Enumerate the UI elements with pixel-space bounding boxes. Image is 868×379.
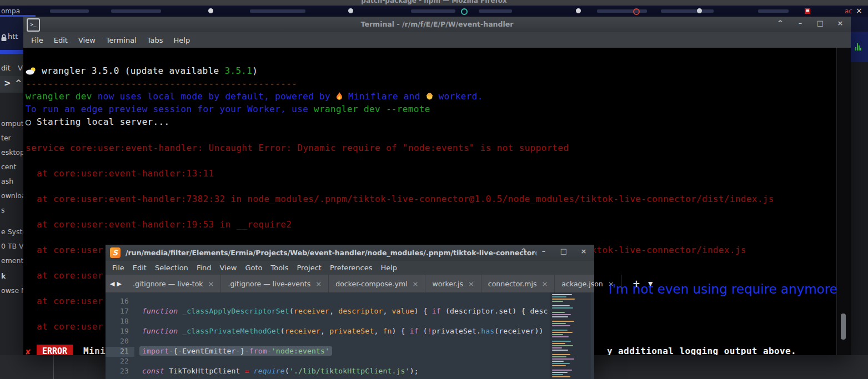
tab-close-icon[interactable]: × — [856, 6, 862, 15]
minimap-line — [552, 376, 570, 377]
firefox-tab-title-fragment[interactable]: ompa — [1, 7, 20, 15]
code-line[interactable]: 22 — [106, 357, 594, 367]
minimap-line — [552, 361, 564, 362]
editor-tab[interactable]: docker-compose.yml× — [329, 275, 425, 292]
terminal-rollup-icon[interactable]: ^ — [776, 19, 784, 27]
firefox-window-title: patch-package - npm — Mozilla Firefox — [0, 0, 868, 4]
terminal-close-icon[interactable]: × — [836, 19, 844, 27]
terminal-scrollbar-thumb[interactable] — [841, 314, 846, 340]
terminal-scrollbar[interactable] — [836, 48, 851, 355]
tab-label: .gitignore — live-tok — [133, 280, 203, 288]
forward-icon[interactable]: > — [4, 78, 11, 88]
tab-close-icon[interactable]: × — [208, 280, 214, 288]
code-token: 'node:events' — [272, 347, 329, 355]
sublime-menu-tools[interactable]: Tools — [270, 264, 288, 272]
minimap-line — [552, 354, 570, 355]
tab-close-icon[interactable]: × — [608, 280, 614, 288]
terminal-maximize-icon[interactable]: □ — [816, 19, 824, 27]
fire-icon — [336, 91, 343, 102]
sublime-menu-preferences[interactable]: Preferences — [330, 264, 372, 272]
minimap-line — [552, 301, 563, 302]
terminal-titlebar[interactable]: >_ Terminal - /r/m/f/E/E/P/W/event-handl… — [23, 17, 851, 32]
terminal-menu-edit[interactable]: Edit — [54, 36, 68, 44]
terminal-line: To run an edge preview session for your … — [26, 104, 430, 114]
sublime-minimize-icon[interactable]: – — [540, 247, 548, 255]
code-line[interactable]: 18 — [106, 317, 594, 327]
file-manager-menu-view-fragment[interactable]: V — [18, 64, 23, 72]
tab-title-fragment-blur — [411, 9, 455, 13]
file-manager-column-divider — [53, 355, 54, 379]
sidebar-item-fragment[interactable]: k — [1, 272, 6, 280]
code-token: _classApplyDescriptorSet — [182, 307, 289, 315]
code-token: receiver — [294, 307, 329, 315]
sidebar-item-fragment[interactable]: ash — [1, 177, 13, 185]
sublime-menu-find[interactable]: Find — [197, 264, 212, 272]
sidebar-item-fragment[interactable]: s — [1, 206, 5, 214]
sublime-menu-help[interactable]: Help — [380, 264, 397, 272]
code-line[interactable]: 19function _classPrivateMethodGet(receiv… — [106, 327, 594, 337]
terminal-menu-terminal[interactable]: Terminal — [106, 36, 137, 44]
editor-tab[interactable]: .gitignore — live-tok× — [126, 275, 222, 292]
sublime-menu-goto[interactable]: Goto — [245, 264, 262, 272]
sublime-menu-project[interactable]: Project — [297, 264, 321, 272]
minimap-line — [552, 334, 563, 335]
tab-overflow-button[interactable]: ▼ — [648, 280, 653, 287]
sublime-tabs: .gitignore — live-tok×.gitignore — live-… — [126, 275, 621, 292]
editor-tab[interactable]: ackage.json× — [555, 275, 621, 292]
terminal-line: at core:user — [26, 270, 103, 281]
sublime-maximize-icon[interactable]: □ — [560, 247, 568, 255]
terminal-minimize-icon[interactable]: – — [796, 19, 804, 27]
code-line[interactable]: 16 — [106, 297, 594, 307]
sublime-titlebar[interactable]: S /run/media/filter/Elements/Ermia/Proje… — [106, 245, 594, 261]
sidebar-item-fragment[interactable]: cent — [1, 163, 16, 171]
terminal-menu-tabs[interactable]: Tabs — [147, 36, 163, 44]
sublime-menu-edit[interactable]: Edit — [133, 264, 147, 272]
minimap-line — [552, 321, 574, 322]
code-line[interactable]: 21import·{·EventEmitter·}·from·'node:eve… — [106, 347, 594, 357]
code-line[interactable]: 23const TikTokHttpClient = require('./li… — [106, 367, 594, 377]
sublime-rollup-icon[interactable]: ^ — [520, 247, 528, 255]
code-token: · — [169, 347, 173, 355]
editor-tab[interactable]: .gitignore — live-events× — [221, 275, 329, 292]
minimap-line — [552, 316, 568, 317]
tab-close-icon[interactable]: × — [468, 280, 474, 288]
tab-close-icon[interactable]: × — [413, 280, 419, 288]
terminal-menu-help[interactable]: Help — [174, 36, 190, 44]
firefox-tab-title-fragment-right[interactable]: ac — [845, 7, 852, 15]
sublime-menu-file[interactable]: File — [112, 264, 124, 272]
sublime-close-icon[interactable]: × — [580, 247, 588, 255]
firefox-urlbar-sliver[interactable]: htt — [0, 17, 23, 50]
minimap-line — [552, 307, 573, 309]
terminal-menu-file[interactable]: File — [31, 36, 43, 44]
up-icon[interactable]: ^ — [15, 78, 22, 88]
code-token: function — [142, 327, 178, 335]
sublime-editor-area[interactable]: 1617function _classApplyDescriptorSet(re… — [106, 292, 594, 379]
sublime-menu-view[interactable]: View — [220, 264, 237, 272]
terminal-menu-view[interactable]: View — [78, 36, 96, 44]
editor-tab[interactable]: connector.mjs× — [481, 275, 555, 292]
firefox-tab-bar[interactable]: ompa ac × — [0, 6, 868, 17]
code-token: (receiver)) — [494, 327, 543, 335]
sidebar-item-fragment[interactable]: ter — [1, 134, 11, 142]
code-token: if — [410, 327, 419, 335]
sublime-window-controls: ^–□× — [520, 247, 588, 255]
url-text-fragment: htt — [8, 32, 18, 41]
tab-close-icon[interactable]: × — [315, 280, 322, 288]
sidebar-item-fragment[interactable]: owse N — [1, 286, 26, 295]
terminal-line: ----------------------------------------… — [26, 78, 297, 89]
minimap-line — [552, 325, 570, 326]
code-line[interactable]: 20 — [106, 337, 594, 347]
minimap[interactable] — [550, 292, 591, 379]
new-tab-button[interactable]: + — [633, 278, 640, 289]
code-line[interactable]: 17function _classApplyDescriptorSet(rece… — [106, 307, 594, 317]
sidebar-item-fragment[interactable]: ownloa — [1, 191, 26, 200]
editor-tab[interactable]: worker.js× — [425, 275, 481, 292]
file-manager-menu-edit-fragment[interactable]: dit — [1, 64, 11, 72]
sidebar-item-fragment[interactable]: esktop — [1, 148, 24, 156]
sublime-menu-selection[interactable]: Selection — [155, 264, 188, 272]
tab-scroll-left-icon[interactable]: ◀ — [110, 280, 114, 287]
code-token: import — [142, 347, 169, 355]
tab-scroll-right-icon[interactable]: ▶ — [117, 280, 121, 287]
tab-close-icon[interactable]: × — [541, 280, 548, 288]
code-token: has — [481, 327, 494, 335]
